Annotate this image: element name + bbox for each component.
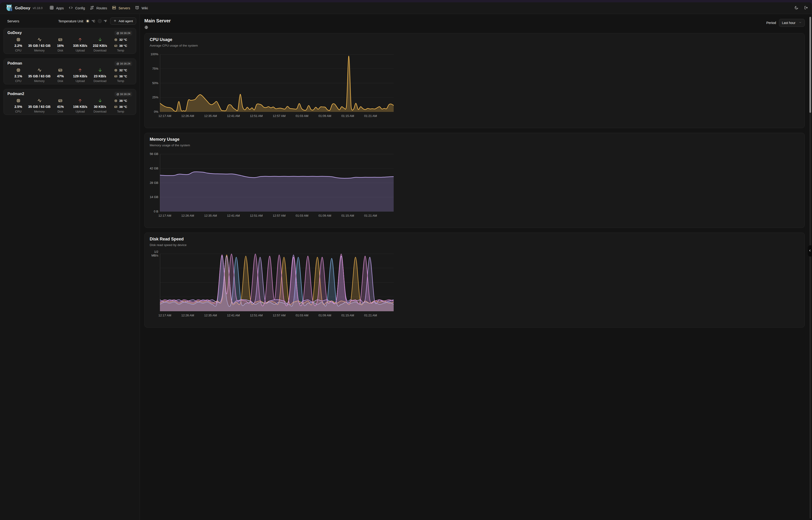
radio-fahrenheit[interactable]	[98, 19, 102, 23]
globe-icon	[144, 25, 171, 30]
stat-memory: 35 GB / 63 GB Memory	[28, 67, 51, 83]
stat-cpu: 2.1% CPU	[8, 67, 28, 83]
x-tick-label: 12:41 AM	[227, 114, 240, 118]
cpu-value: 2.5%	[15, 104, 22, 109]
memory-label: Memory	[34, 49, 45, 52]
brand[interactable]: GoDoxy v0.18.0	[6, 4, 43, 12]
nav-item-routes[interactable]: Routes	[90, 6, 107, 10]
y-tick-label: 14 GB	[150, 195, 158, 199]
x-tick-label: 12:57 AM	[273, 214, 286, 217]
cpu-temp-row: 38 °C	[114, 98, 127, 103]
x-tick-label: 12:26 AM	[181, 114, 194, 118]
stat-temp: 32 °C 38 °C Temp	[110, 67, 131, 83]
cpu-temp-value: 32 °C	[119, 69, 127, 72]
cpu-chip-icon	[16, 37, 21, 43]
x-tick-label: 01:03 AM	[296, 114, 308, 118]
disk-temp-row: 38 °C	[114, 43, 127, 48]
y-tick-label: 0%	[154, 110, 158, 114]
main-header: Main Server Period Last hour	[144, 18, 406, 30]
x-axis-labels: 12:17 AM12:26 AM12:35 AM12:41 AM12:51 AM…	[160, 214, 394, 218]
memory-value: 35 GB / 63 GB	[28, 104, 51, 109]
app-title: GoDoxy	[15, 6, 30, 10]
server-stats: 2.1% CPU 35 GB / 63 GB Memory 47% Disk	[7, 67, 132, 83]
plus-icon	[113, 19, 117, 23]
server-card-godoxy[interactable]: GoDoxy @ 16:16:24 2.2% CPU 35 GB / 63 GB…	[3, 28, 136, 54]
code-icon	[69, 6, 73, 10]
y-axis: 100%75%50%25%0%	[150, 54, 160, 112]
cpu-chip-icon	[16, 67, 21, 73]
download-label: Download	[93, 49, 107, 52]
activity-icon	[37, 37, 42, 43]
y-axis: 1/2 MB/s	[150, 254, 160, 260]
disk-read-speed-card: Disk Read Speed Disk read speed by devic…	[144, 233, 406, 260]
y-tick-label: 56 GB	[150, 152, 158, 156]
disk-temp-value: 38 °C	[119, 75, 127, 78]
stat-disk: 16% Disk	[51, 37, 70, 52]
y-tick-label: 100%	[150, 52, 158, 56]
nav-item-servers[interactable]: Servers	[112, 6, 130, 10]
stat-upload: 335 KB/s Upload	[70, 37, 90, 52]
nav-label: Apps	[56, 6, 64, 10]
add-agent-button[interactable]: Add agent	[110, 18, 136, 25]
arrow-down-icon	[98, 67, 103, 73]
server-card-podman[interactable]: Podman @ 16:16:24 2.1% CPU 35 GB / 63 GB…	[3, 58, 136, 84]
x-tick-label: 01:03 AM	[296, 214, 308, 217]
chart-subtitle: Average CPU usage of the system	[150, 44, 406, 47]
celsius-label: °C	[92, 19, 95, 23]
stat-memory: 35 GB / 63 GB Memory	[28, 37, 51, 52]
nav-label: Config	[75, 6, 85, 10]
nav-item-wiki[interactable]: Wiki	[135, 6, 148, 10]
app-window: GoDoxy v0.18.0 Apps Config Routes Server…	[0, 2, 406, 260]
cpu-value: 2.1%	[15, 74, 22, 79]
nav-item-config[interactable]: Config	[69, 6, 85, 10]
x-tick-label: 12:35 AM	[204, 214, 217, 217]
radio-celsius[interactable]	[86, 19, 90, 23]
nav-item-apps[interactable]: Apps	[50, 6, 64, 10]
temperature-unit-radios: °C °F	[86, 19, 108, 23]
server-card-podman2[interactable]: Podman2 @ 16:16:24 2.5% CPU 35 GB / 63 G…	[3, 89, 136, 115]
activity-icon	[37, 98, 42, 103]
disk-label: Disk	[57, 49, 63, 52]
add-agent-label: Add agent	[118, 19, 133, 23]
x-tick-label: 12:51 AM	[250, 214, 262, 217]
sidebar-title: Servers	[7, 19, 19, 23]
stat-disk: 47% Disk	[51, 67, 70, 83]
upload-label: Upload	[76, 49, 85, 52]
harddrive-icon	[114, 75, 117, 78]
route-icon	[90, 6, 94, 10]
memory-usage-card: Memory Usage Memory usage of the system …	[144, 133, 406, 228]
disk-label: Disk	[57, 110, 63, 113]
server-name: Podman2	[7, 92, 24, 96]
memory-label: Memory	[34, 79, 45, 83]
y-tick-label: 28 GB	[150, 181, 158, 184]
cpu-temp-value: 38 °C	[119, 99, 127, 103]
temp-label: Temp	[117, 110, 124, 113]
disk-temp-row: 38 °C	[114, 104, 127, 109]
book-icon	[135, 6, 139, 10]
nav-label: Servers	[118, 6, 130, 10]
stat-download: 30 KB/s Download	[90, 98, 110, 113]
download-value: 30 KB/s	[94, 104, 106, 109]
cpu-chip-icon	[114, 99, 117, 103]
disk-value: 47%	[57, 74, 64, 79]
disk-value: 41%	[57, 104, 64, 109]
y-tick-label: 0 B	[153, 210, 158, 213]
upload-value: 106 KB/s	[73, 104, 87, 109]
server-timestamp: @ 16:16:24	[115, 31, 132, 35]
harddrive-icon	[58, 98, 63, 103]
fahrenheit-label: °F	[104, 19, 107, 23]
grid-icon	[50, 6, 54, 10]
chart-subtitle: Disk read speed by device	[150, 243, 406, 247]
arrow-up-icon	[78, 37, 82, 43]
nav-items: Apps Config Routes Servers Wiki	[50, 6, 148, 10]
x-tick-label: 01:21 AM	[364, 214, 377, 217]
sidebar-header: Servers Temperature Unit °C °F Add agent	[3, 17, 136, 28]
memory-value: 35 GB / 63 GB	[28, 74, 51, 79]
stat-cpu: 2.2% CPU	[8, 37, 28, 52]
chart-title: Memory Usage	[150, 137, 406, 142]
y-tick-label: 25%	[152, 96, 158, 99]
cpu-value: 2.2%	[15, 43, 22, 48]
servers-sidebar: Servers Temperature Unit °C °F Add agent…	[0, 14, 140, 260]
cpu-usage-chart	[160, 54, 394, 112]
disk-temp-value: 38 °C	[119, 105, 127, 109]
